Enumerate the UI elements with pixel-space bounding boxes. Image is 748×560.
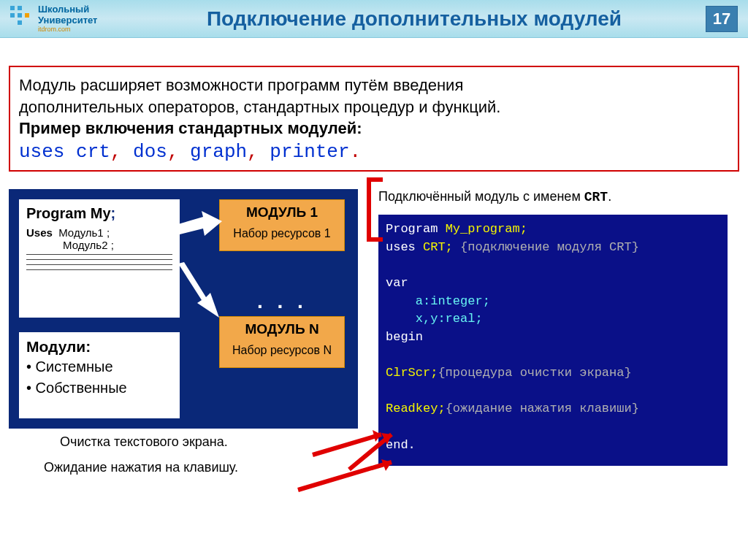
- red-connector-icon: [367, 177, 371, 240]
- svg-rect-3: [18, 13, 22, 18]
- info-line1: Модуль расширяет возможности программ пу…: [19, 74, 729, 96]
- diagram-panel: Program My; Uses Модуль1 ; Модуль2 ; МОД…: [9, 189, 358, 429]
- red-arrow-icon: [345, 430, 403, 477]
- svg-rect-2: [10, 13, 15, 18]
- slide-title: Подключение дополнительных модулей: [123, 7, 706, 31]
- logo: Школьный Университет itdrom.com: [0, 0, 123, 38]
- svg-rect-4: [18, 20, 22, 25]
- svg-marker-7: [178, 262, 219, 318]
- logo-icon: [7, 4, 34, 34]
- logo-line2: Университет: [38, 15, 97, 26]
- info-line2: дополнительных операторов, стандартных п…: [19, 96, 729, 118]
- moduleN-card: МОДУЛЬ N Набор ресурсов N: [219, 316, 345, 368]
- program-title: Program My;: [26, 205, 172, 222]
- page-number: 17: [706, 6, 738, 32]
- info-box: Модуль расширяет возможности программ пу…: [9, 66, 739, 172]
- info-code: uses crt, dos, graph, printer.: [19, 141, 729, 163]
- uses-line1: Uses Модуль1 ;: [26, 226, 172, 239]
- svg-rect-0: [10, 6, 15, 10]
- code-terminal: Program My_program; uses CRT; {подключен…: [378, 215, 728, 466]
- module1-title: МОДУЛЬ 1: [224, 204, 340, 220]
- types-card: Модули: • Системные • Собственные: [19, 332, 180, 418]
- info-line3: Пример включения стандартных модулей:: [19, 118, 729, 139]
- program-card: Program My; Uses Модуль1 ; Модуль2 ;: [19, 199, 180, 318]
- types-item1: • Системные: [26, 357, 172, 377]
- moduleN-sub: Набор ресурсов N: [224, 343, 340, 357]
- arrow-icon: [178, 262, 222, 323]
- svg-rect-1: [18, 6, 22, 10]
- types-item2: • Собственные: [26, 378, 172, 398]
- svg-rect-5: [25, 13, 29, 18]
- types-title: Модули:: [26, 338, 172, 356]
- arrow-icon: [178, 211, 222, 250]
- uses-line2: Модуль2 ;: [63, 239, 172, 251]
- slide-header: Школьный Университет itdrom.com Подключе…: [0, 0, 748, 38]
- logo-text: Школьный Университет itdrom.com: [38, 4, 97, 33]
- logo-sub: itdrom.com: [38, 26, 97, 33]
- logo-line1: Школьный: [38, 4, 97, 15]
- module1-sub: Набор ресурсов 1: [224, 226, 340, 240]
- red-connector-icon: [367, 177, 383, 182]
- module1-card: МОДУЛЬ 1 Набор ресурсов 1: [219, 199, 345, 251]
- svg-marker-6: [178, 211, 222, 236]
- callout-crt: Подключённый модуль с именем CRT.: [378, 189, 735, 204]
- module-dots: . . .: [257, 290, 308, 313]
- moduleN-title: МОДУЛЬ N: [224, 321, 340, 337]
- red-connector-icon: [367, 237, 383, 242]
